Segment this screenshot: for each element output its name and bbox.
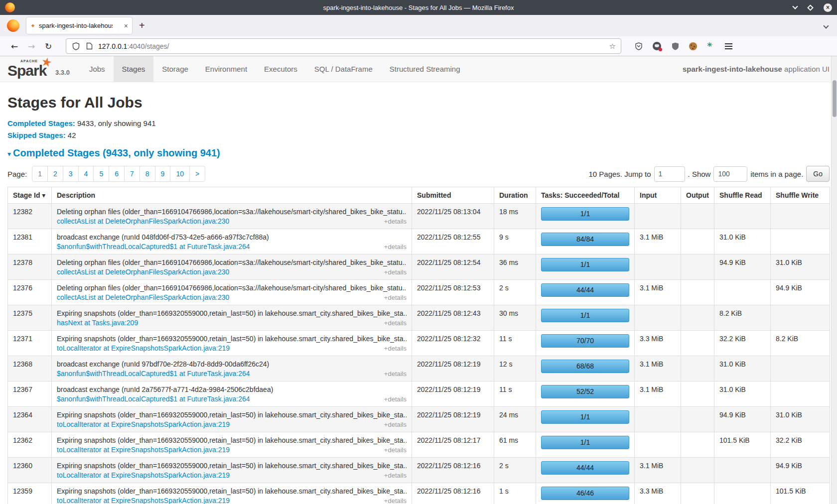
shield-icon[interactable] xyxy=(71,42,80,51)
nav-item-jobs[interactable]: Jobs xyxy=(81,56,114,82)
col-input[interactable]: Input xyxy=(635,187,681,204)
duration-cell: 36 ms xyxy=(494,254,536,280)
forward-button[interactable]: → xyxy=(23,41,40,51)
page-button-7[interactable]: 7 xyxy=(124,166,140,182)
stage-detail-link[interactable]: collectAsList at DeleteOrphanFilesSparkA… xyxy=(57,293,229,302)
stage-detail-link[interactable]: collectAsList at DeleteOrphanFilesSparkA… xyxy=(57,217,229,226)
new-tab-button[interactable]: + xyxy=(139,20,145,31)
details-toggle[interactable]: +details xyxy=(384,369,407,378)
ublock-extension-icon[interactable] xyxy=(671,42,680,51)
bookmark-star-icon[interactable]: ☆ xyxy=(609,42,616,51)
col-tasks[interactable]: Tasks: Succeeded/Total xyxy=(536,187,635,204)
page-info-icon[interactable] xyxy=(85,42,94,51)
page-button-1[interactable]: 1 xyxy=(32,166,48,182)
stage-detail-link[interactable]: hasNext at Tasks.java:209 xyxy=(57,318,138,328)
stage-detail-link[interactable]: toLocalIterator at ExpireSnapshotsSparkA… xyxy=(57,496,230,504)
completed-stages-section-toggle[interactable]: ▾Completed Stages (9433, only showing 94… xyxy=(7,147,830,159)
completed-stages-link[interactable]: Completed Stages: xyxy=(7,119,75,127)
col-stage-id[interactable]: Stage Id ▾ xyxy=(8,187,52,204)
page-button-10[interactable]: 10 xyxy=(170,166,190,182)
submitted-cell: 2022/11/25 08:12:19 xyxy=(412,407,494,432)
nav-item-stages[interactable]: Stages xyxy=(114,56,154,82)
page-button-9[interactable]: 9 xyxy=(155,166,171,182)
completed-stages-value: 9433, only showing 941 xyxy=(75,119,156,127)
col-duration[interactable]: Duration xyxy=(494,187,536,204)
submitted-cell: 2022/11/25 08:12:19 xyxy=(412,381,494,407)
stage-callsite-line: collectAsList at DeleteOrphanFilesSparkA… xyxy=(57,267,407,277)
stage-detail-link[interactable]: toLocalIterator at ExpireSnapshotsSparkA… xyxy=(57,344,230,353)
table-row: 12375Expiring snapshots (older_than=1669… xyxy=(8,305,830,331)
url-bar[interactable]: 127.0.0.1:4040/stages/ ☆ xyxy=(66,38,621,54)
pocket-extension-icon[interactable] xyxy=(634,42,643,51)
stage-description: broadcast exchange (runId 2a75677f-a771-… xyxy=(57,385,407,394)
skipped-stages-link[interactable]: Skipped Stages: xyxy=(7,131,66,139)
stage-detail-link[interactable]: $anonfun$withThreadLocalCaptured$1 at Fu… xyxy=(57,369,250,378)
task-progress-bar: 70/70 xyxy=(541,334,629,348)
shuffle-read-cell: 32.2 KiB xyxy=(714,331,771,356)
col-shuffle-read[interactable]: Shuffle Read xyxy=(714,187,771,204)
nav-item-environment[interactable]: Environment xyxy=(197,56,256,82)
stage-detail-link[interactable]: $anonfun$withThreadLocalCaptured$1 at Fu… xyxy=(57,394,250,404)
window-titlebar: spark-ingest-into-lakehouse - Stages for… xyxy=(0,0,837,15)
reload-button[interactable]: ↻ xyxy=(40,41,57,51)
page-button-4[interactable]: 4 xyxy=(78,166,94,182)
details-toggle[interactable]: +details xyxy=(384,471,407,480)
page-button-2[interactable]: 2 xyxy=(47,166,63,182)
nav-item-sql-dataframe[interactable]: SQL / DataFrame xyxy=(306,56,381,82)
minimize-icon[interactable] xyxy=(792,3,798,9)
details-toggle[interactable]: +details xyxy=(384,293,407,302)
nav-item-executors[interactable]: Executors xyxy=(256,56,306,82)
table-header-row: Stage Id ▾ Description Submitted Duratio… xyxy=(8,187,830,204)
jump-to-page-input[interactable] xyxy=(654,166,685,182)
shuffle-write-cell xyxy=(771,229,830,254)
stage-detail-link[interactable]: collectAsList at DeleteOrphanFilesSparkA… xyxy=(57,267,229,277)
pages-summary: 10 Pages. Jump to xyxy=(588,170,651,178)
stage-description: Expiring snapshots (older_than=166932055… xyxy=(57,436,407,445)
page-scrollbar[interactable] xyxy=(831,56,837,504)
details-toggle[interactable]: +details xyxy=(384,267,407,277)
col-shuffle-write[interactable]: Shuffle Write xyxy=(771,187,830,204)
list-tabs-button[interactable] xyxy=(824,24,828,28)
details-toggle[interactable]: +details xyxy=(384,217,407,226)
cookie-extension-icon[interactable] xyxy=(689,42,697,50)
details-toggle[interactable]: +details xyxy=(384,445,407,455)
containers-extension-icon[interactable] xyxy=(653,42,661,50)
input-cell: 3.3 MiB xyxy=(635,331,681,356)
back-button[interactable]: ← xyxy=(6,41,23,51)
scrollbar-thumb[interactable] xyxy=(833,80,837,117)
menu-icon[interactable] xyxy=(725,43,732,49)
col-description[interactable]: Description xyxy=(52,187,412,204)
page-button-8[interactable]: 8 xyxy=(140,166,155,182)
browser-tab[interactable]: ✦ spark-ingest-into-lakehous × xyxy=(26,17,132,34)
page-button-6[interactable]: 6 xyxy=(109,166,125,182)
stage-detail-link[interactable]: toLocalIterator at ExpireSnapshotsSparkA… xyxy=(57,471,230,480)
page-title: Stages for All Jobs xyxy=(7,94,830,111)
close-icon[interactable]: × xyxy=(824,3,832,12)
nav-item-structured-streaming[interactable]: Structured Streaming xyxy=(381,56,469,82)
page-button-next[interactable]: > xyxy=(189,166,205,182)
col-submitted[interactable]: Submitted xyxy=(412,187,494,204)
nav-item-storage[interactable]: Storage xyxy=(153,56,197,82)
details-toggle[interactable]: +details xyxy=(384,420,407,429)
go-button[interactable]: Go xyxy=(806,166,830,182)
details-toggle[interactable]: +details xyxy=(384,344,407,353)
stage-detail-link[interactable]: toLocalIterator at ExpireSnapshotsSparkA… xyxy=(57,420,230,429)
page-button-5[interactable]: 5 xyxy=(93,166,109,182)
items-per-page-input[interactable] xyxy=(713,166,747,182)
description-cell: Expiring snapshots (older_than=166932055… xyxy=(52,432,412,458)
details-toggle[interactable]: +details xyxy=(384,394,407,404)
stage-detail-link[interactable]: toLocalIterator at ExpireSnapshotsSparkA… xyxy=(57,445,230,455)
col-output[interactable]: Output xyxy=(681,187,714,204)
details-toggle[interactable]: +details xyxy=(384,242,407,252)
maximize-icon[interactable] xyxy=(807,4,814,11)
stage-id-cell: 12360 xyxy=(8,458,52,483)
details-toggle[interactable]: +details xyxy=(384,318,407,328)
url-text[interactable]: 127.0.0.1:4040/stages/ xyxy=(98,42,605,50)
spark-logo[interactable]: APACHE Spark ★ 3.3.0 xyxy=(7,56,70,82)
tab-close-icon[interactable]: × xyxy=(124,22,128,30)
asterisk-extension-icon[interactable]: ** xyxy=(706,42,715,51)
page-button-3[interactable]: 3 xyxy=(63,166,79,182)
stage-detail-link[interactable]: $anonfun$withThreadLocalCaptured$1 at Fu… xyxy=(57,242,250,252)
details-toggle[interactable]: +details xyxy=(384,496,407,504)
shuffle-read-cell xyxy=(714,458,771,483)
